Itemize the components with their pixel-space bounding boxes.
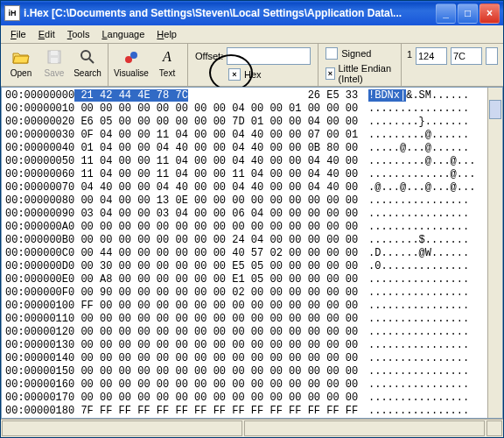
hex-checkbox-label: Hex — [244, 69, 262, 80]
window-title: i.Hex [C:\Documents and Settings\Steven\… — [24, 7, 436, 19]
open-icon — [11, 47, 31, 67]
menubar: File Edit Tools Language Help — [1, 25, 503, 44]
page-group: 1 — [402, 44, 503, 86]
svg-rect-2 — [51, 58, 58, 63]
offset-input[interactable] — [227, 47, 311, 65]
content-area: 00:00000000 21 42 44 4E 78 7C 26 E5 33 4… — [1, 87, 503, 419]
scrollbar-thumb[interactable] — [489, 100, 501, 119]
visualise-icon — [122, 47, 141, 67]
app-window: iH i.Hex [C:\Documents and Settings\Stev… — [0, 0, 504, 438]
status-cell-2 — [244, 420, 485, 436]
menu-language[interactable]: Language — [95, 27, 150, 41]
page-input-3[interactable] — [486, 47, 498, 65]
status-cell-1 — [2, 420, 242, 436]
menu-help[interactable]: Help — [150, 27, 183, 41]
search-icon — [78, 47, 97, 67]
text-icon: A — [158, 47, 177, 67]
app-icon: iH — [4, 5, 20, 21]
visualise-button[interactable]: Visualise — [112, 46, 150, 80]
toolbar: Open Save Search Visualise A Text O — [1, 44, 503, 87]
endian-checkbox[interactable] — [326, 67, 334, 80]
svg-point-6 — [130, 52, 137, 59]
options-group: Signed Little Endian (Intel) — [318, 44, 402, 86]
page-input-1[interactable] — [416, 47, 447, 65]
offset-label: Offset: — [195, 51, 223, 61]
menu-file[interactable]: File — [4, 27, 32, 41]
maximize-button[interactable]: □ — [458, 4, 478, 24]
menu-tools[interactable]: Tools — [61, 27, 96, 41]
page-input-2[interactable] — [451, 47, 482, 65]
svg-line-4 — [89, 59, 94, 63]
signed-label: Signed — [341, 48, 371, 59]
offset-group: Offset: Hex — [188, 44, 318, 86]
signed-checkbox[interactable] — [326, 47, 338, 60]
text-button[interactable]: A Text — [150, 46, 184, 80]
minimize-button[interactable]: _ — [436, 4, 456, 24]
ascii-view[interactable]: !BDNx|&.SM...... ................ ......… — [365, 88, 487, 418]
statusbar — [1, 419, 503, 437]
menu-edit[interactable]: Edit — [32, 27, 61, 41]
page-number: 1 — [407, 47, 412, 60]
vertical-scrollbar[interactable] — [487, 88, 502, 418]
search-button[interactable]: Search — [71, 46, 104, 80]
svg-point-3 — [81, 51, 90, 60]
save-icon — [45, 47, 64, 67]
endian-label: Little Endian (Intel) — [339, 63, 394, 84]
titlebar[interactable]: iH i.Hex [C:\Documents and Settings\Stev… — [1, 1, 503, 25]
status-cell-3 — [486, 420, 502, 436]
hex-view[interactable]: 00:00000000 21 42 44 4E 78 7C 26 E5 33 4… — [2, 88, 365, 418]
hex-checkbox[interactable] — [228, 68, 241, 81]
save-button[interactable]: Save — [38, 46, 71, 80]
close-button[interactable]: × — [480, 4, 500, 24]
open-button[interactable]: Open — [4, 46, 38, 80]
svg-rect-1 — [51, 51, 58, 55]
